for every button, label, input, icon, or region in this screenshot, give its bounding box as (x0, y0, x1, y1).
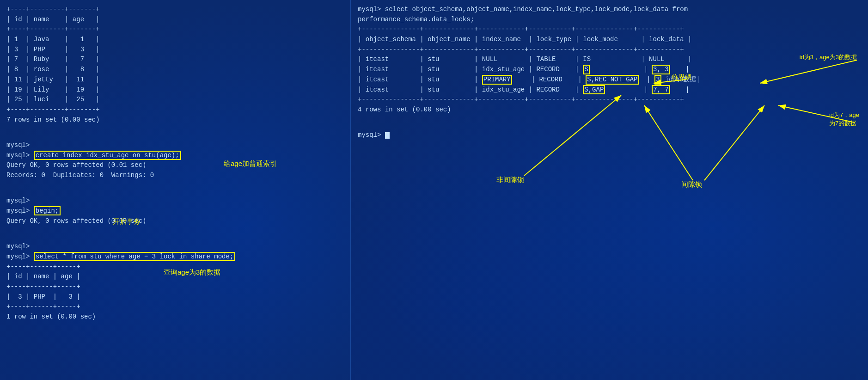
table-row-rose: | 8 | rose | 8 | (6, 65, 344, 75)
r-sep-2: +---------------+-------------+---------… (358, 45, 862, 55)
table-row-jetty: | 11 | jetty | 11 | (6, 75, 344, 85)
data-3-3-highlight: 3, 3 (652, 65, 670, 74)
table-sep-mid: +----+---------+-------+ (6, 25, 344, 35)
table-row-java: | 1 | Java | 1 | (6, 35, 344, 45)
select-highlight: select * from stu where age = 3 lock in … (34, 252, 235, 261)
table-header: | id | name | age | (6, 15, 344, 25)
blank-3 (6, 232, 344, 242)
primary-highlight: PRIMARY (482, 75, 512, 85)
select-sql-2: performance_schema.data_locks; (358, 15, 862, 25)
records-line: Records: 0 Duplicates: 0 Warnings: 0 (6, 171, 344, 181)
prompt-3: mysql> (6, 196, 344, 206)
prompt-1: mysql> (6, 141, 344, 151)
right-content: mysql> select object_schema,object_name,… (358, 5, 862, 141)
create-index-line: mysql> create index idx_stu_age on stu(a… (6, 151, 344, 161)
r-header: | object_schema | object_name | index_na… (358, 35, 862, 45)
prompt-5: mysql> (6, 242, 344, 252)
table-row-php: | 3 | PHP | 3 | (6, 45, 344, 55)
r-prompt: mysql> (358, 130, 862, 141)
result-count: 1 row in set (0.00 sec) (6, 312, 344, 322)
svg-line-9 (644, 105, 693, 180)
annotation-feijianxi: 非间隙锁 (496, 176, 524, 184)
data-7-7-highlight: 7, 7 (652, 85, 670, 95)
begin-line: mysql> begin; (6, 206, 344, 216)
r-row-3: | itcast | stu | PRIMARY | RECORD | S,RE… (358, 75, 862, 85)
begin-highlight: begin; (34, 206, 61, 215)
table-sep-bottom: +----+---------+-------+ (6, 105, 344, 115)
table-row-luci: | 25 | luci | 25 | (6, 95, 344, 105)
result-row: | 3 | PHP | 3 | (6, 292, 344, 302)
blank-2 (6, 186, 344, 196)
data-3-highlight: 3 (654, 75, 661, 85)
query-ok-1: Query OK, 0 rows affected (0.01 sec) (6, 160, 344, 171)
r-row-1: | itcast | stu | NULL | TABLE | IS | NUL… (358, 55, 862, 65)
table-row-ruby: | 7 | Ruby | 7 | (6, 55, 344, 65)
svg-line-11 (704, 105, 764, 180)
mode-s-highlight: S (583, 65, 589, 74)
annotation-jianxi: 间隙锁 (681, 180, 702, 189)
r-rows-count: 4 rows in set (0.00 sec) (358, 105, 862, 115)
blank-line (6, 130, 344, 141)
result-sep-3: +----+------+-----+ (6, 302, 344, 312)
table-row-lily: | 19 | Lily | 19 | (6, 85, 344, 95)
mode-snrg-highlight: S,REC_NOT_GAP (586, 75, 639, 85)
annotation-linjie: 临界锁 (672, 73, 691, 81)
annotation-id7age7: id为7，age为7的数据 (829, 111, 859, 128)
query-ok-2: Query OK, 0 rows affected (0.00 sec) (6, 216, 344, 227)
table-sep-top: +----+---------+-------+ (6, 5, 344, 15)
r-row-4: | itcast | stu | idx_stu_age | RECORD | … (358, 85, 862, 95)
left-panel: +----+---------+-------+ | id | name | a… (0, 0, 351, 380)
annotation-query: 查询age为3的数据 (164, 268, 220, 277)
annotation-id3age3: id为3，age为3的数据 (800, 53, 857, 61)
mode-sgap-highlight: S,GAP (583, 85, 605, 95)
r-sep-3: +---------------+-------------+---------… (358, 95, 862, 105)
r-sep-1: +---------------+-------------+---------… (358, 25, 862, 35)
select-sql-1: mysql> select object_schema,object_name,… (358, 5, 862, 15)
select-line: mysql> select * from stu where age = 3 l… (6, 252, 344, 262)
annotation-begin: 开启事务 (113, 217, 141, 226)
cursor (385, 132, 390, 139)
left-content: +----+---------+-------+ | id | name | a… (6, 5, 344, 322)
right-panel: mysql> select object_schema,object_name,… (351, 0, 868, 380)
create-index-highlight: create index idx_stu_age on stu(age); (34, 151, 181, 160)
result-sep-2: +----+------+-----+ (6, 282, 344, 292)
r-blank (358, 121, 862, 131)
r-row-2: | itcast | stu | idx_stu_age | RECORD | … (358, 65, 862, 75)
annotation-index: 给age加普通索引 (224, 159, 277, 168)
rows-count: 7 rows in set (0.00 sec) (6, 115, 344, 125)
